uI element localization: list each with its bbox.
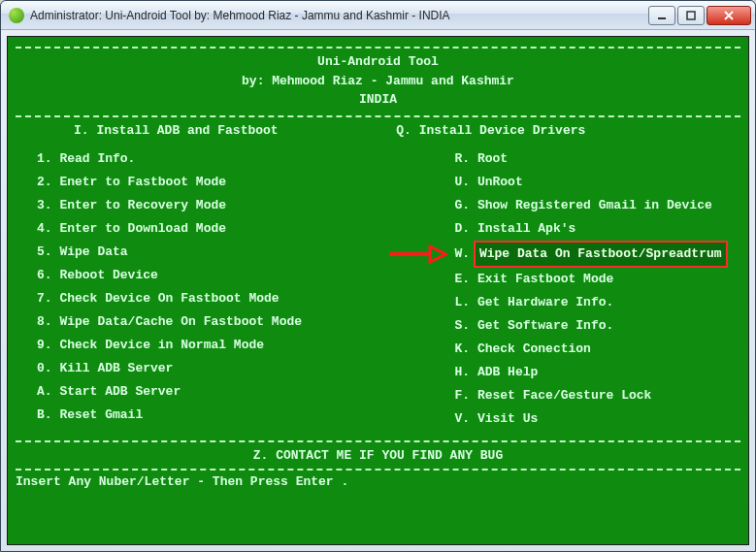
menu-item: U. UnRoot [455,171,741,194]
menu-item: 7. Check Device On Fastboot Mode [37,287,445,310]
app-window: Administrator: Uni-Android Tool by: Mehm… [0,0,756,552]
menu-label: Check Device On Fastboot Mode [59,291,279,306]
menu-label: Reboot Device [59,268,157,282]
menu-item: 6. Reboot Device [37,264,445,287]
menu-key: G. [455,198,477,212]
menu-item: F. Reset Face/Gesture Lock [455,384,741,407]
menu-key: 9. [37,338,59,352]
menu-key: 8. [37,314,59,329]
menu-item: D. Install Apk's [455,217,741,241]
menu-label: Kill ADB Server [59,361,173,375]
divider [16,47,740,49]
console-area[interactable]: Uni-Android Tool by: Mehmood Riaz - Jamm… [7,36,749,545]
menu-key: 7. [37,291,59,306]
menu-label: Wipe Data/Cache On Fastboot Mode [59,314,302,329]
menu-item: G. Show Registered Gmail in Device [455,194,741,217]
menu-label: Read Info. [59,151,135,166]
app-icon [9,8,24,23]
menu-key: K. [455,341,477,356]
menu-key: D. [455,221,477,236]
menu-label: Get Software Info. [477,318,613,333]
menu-label: UnRoot [477,175,523,189]
menu-item: 4. Enter to Download Mode [37,217,445,241]
titlebar[interactable]: Administrator: Uni-Android Tool by: Mehm… [1,1,755,30]
menu-key: 5. [37,244,59,259]
menu-label: Check Device in Normal Mode [59,338,264,352]
menu-label: Root [477,151,508,166]
input-prompt: Insert Any Nuber/Letter - Then Press Ent… [16,474,740,489]
menu-key: F. [455,388,477,403]
menu-key: 6. [37,268,59,282]
menu-key: H. [455,365,477,379]
arrow-annotation-icon [387,244,447,265]
window-title: Administrator: Uni-Android Tool by: Mehm… [30,9,648,22]
menu-label: Enter to Recovery Mode [59,198,226,212]
menu-item: H. ADB Help [455,361,741,384]
svg-marker-3 [430,246,445,262]
minimize-button[interactable] [648,6,675,25]
menu-item: 8. Wipe Data/Cache On Fastboot Mode [37,310,445,334]
menu-item: E. Exit Fastboot Mode [455,268,741,291]
menu-label: ADB Help [477,365,538,379]
menu-columns: 1. Read Info.2. Enetr to Fastboot Mode3.… [16,147,740,432]
header-block: Uni-Android Tool by: Mehmood Riaz - Jamm… [16,52,740,110]
menu-label: Show Registered Gmail in Device [477,198,712,212]
menu-label: Wipe Data On Fastboot/Spreadtrum [474,241,728,268]
menu-label: Install Apk's [477,221,575,236]
menu-item: 0. Kill ADB Server [37,357,445,380]
menu-key: V. [455,411,477,426]
menu-key: A. [37,384,59,399]
section-head-left: I. Install ADB and Fastboot [74,123,396,138]
menu-item: A. Start ADB Server [37,380,445,404]
menu-key: 1. [37,151,59,166]
menu-left-column: 1. Read Info.2. Enetr to Fastboot Mode3.… [37,147,445,432]
menu-key: S. [455,318,477,333]
menu-key: 2. [37,175,59,189]
menu-item: W. Wipe Data On Fastboot/Spreadtrum [455,241,741,268]
menu-key: 4. [37,221,59,236]
menu-item: 5. Wipe Data [37,241,445,264]
menu-label: Check Conection [477,341,591,356]
menu-label: Enetr to Fastboot Mode [59,175,226,189]
header-title: Uni-Android Tool [16,52,740,72]
window-controls [648,6,751,25]
menu-item: L. Get Hardware Info. [455,291,741,314]
menu-key: U. [455,175,477,189]
menu-label: Reset Gmail [59,407,143,422]
menu-label: Start ADB Server [59,384,181,399]
menu-item: 1. Read Info. [37,147,445,171]
menu-key: R. [455,151,477,166]
menu-label: Wipe Data [59,244,127,259]
close-icon [723,11,735,20]
menu-key: E. [455,272,477,286]
section-headings: I. Install ADB and Fastboot Q. Install D… [16,123,740,138]
menu-item: B. Reset Gmail [37,404,445,427]
divider [16,469,740,471]
section-head-right: Q. Install Device Drivers [396,123,682,138]
divider [16,115,740,117]
svg-rect-1 [687,12,695,19]
menu-key: B. [37,407,59,422]
menu-item: 2. Enetr to Fastboot Mode [37,171,445,194]
footer-contact: Z. CONTACT ME IF YOU FIND ANY BUG [16,448,740,463]
minimize-icon [657,11,667,20]
menu-key: 3. [37,198,59,212]
menu-item: R. Root [455,147,741,171]
header-country: INDIA [16,90,740,110]
menu-label: Reset Face/Gesture Lock [477,388,651,403]
menu-item: 9. Check Device in Normal Mode [37,334,445,357]
menu-label: Visit Us [477,411,538,426]
header-author: by: Mehmood Riaz - Jammu and Kashmir [16,72,740,91]
menu-item: V. Visit Us [455,407,741,431]
menu-item: S. Get Software Info. [455,314,741,338]
menu-item: K. Check Conection [455,338,741,361]
maximize-button[interactable] [677,6,705,25]
divider [16,440,740,442]
close-button[interactable] [707,6,751,25]
menu-key: L. [455,295,477,309]
menu-label: Exit Fastboot Mode [477,272,613,286]
menu-right-column: R. RootU. UnRootG. Show Registered Gmail… [455,147,741,432]
menu-label: Enter to Download Mode [59,221,226,236]
menu-label: Get Hardware Info. [477,295,613,309]
menu-key: 0. [37,361,59,375]
